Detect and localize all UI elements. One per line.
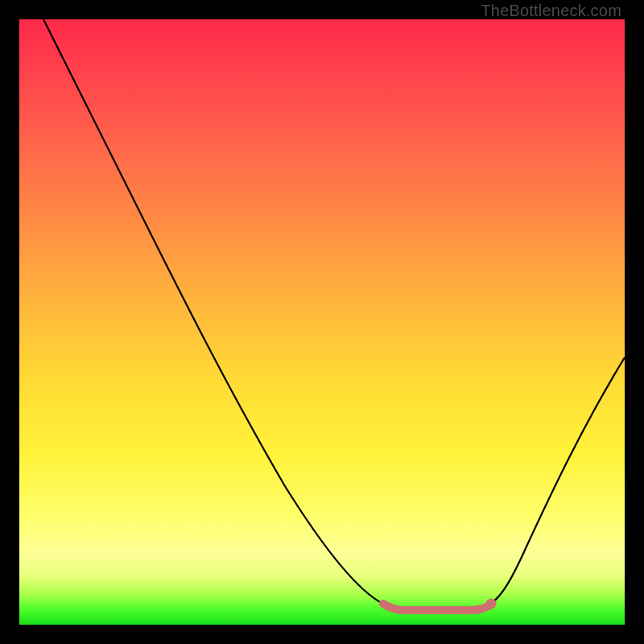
chart-frame	[19, 19, 625, 625]
optimal-zone-endpoint-marker	[486, 599, 497, 609]
watermark-text: TheBottleneck.com	[481, 2, 621, 20]
chart-svg	[19, 19, 625, 625]
optimal-zone-segment	[383, 604, 489, 610]
bottleneck-curve	[43, 19, 625, 609]
